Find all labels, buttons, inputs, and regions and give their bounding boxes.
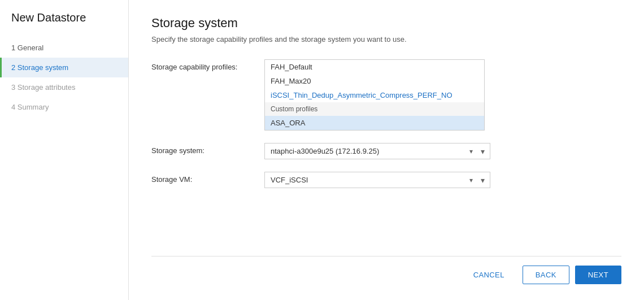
form-area: Storage capability profiles: FAH_Default… xyxy=(151,59,621,256)
custom-profiles-label: Custom profiles xyxy=(271,105,317,113)
page-title: Storage system xyxy=(151,16,621,31)
sidebar-item-summary: 4 Summary xyxy=(0,97,128,117)
storage-system-row: Storage system: ntaphci-a300e9u25 (172.1… xyxy=(151,143,621,159)
sidebar-item-label-general: 1 General xyxy=(11,44,43,52)
profile-item-label: FAH_Default xyxy=(271,63,312,71)
storage-vm-dropdown[interactable]: VCF_iSCSI ▾ xyxy=(264,172,490,188)
capability-profiles-label: Storage capability profiles: xyxy=(151,59,264,71)
sidebar-item-label-storage-system: 2 Storage system xyxy=(11,63,68,72)
sidebar-item-storage-attributes: 3 Storage attributes xyxy=(0,77,128,97)
sidebar-item-label-storage-attributes: 3 Storage attributes xyxy=(11,83,75,92)
sidebar-item-label-summary: 4 Summary xyxy=(11,103,49,111)
capability-profiles-row: Storage capability profiles: FAH_Default… xyxy=(151,59,621,131)
main-content: Storage system Specify the storage capab… xyxy=(129,0,644,300)
cancel-button[interactable]: CANCEL xyxy=(461,266,517,284)
sidebar-item-general[interactable]: 1 General xyxy=(0,38,128,58)
profile-item-label: FAH_Max20 xyxy=(271,77,311,85)
list-item[interactable]: ASA_ORA xyxy=(265,116,484,130)
list-item[interactable]: iSCSI_Thin_Dedup_Asymmetric_Compress_PER… xyxy=(265,88,484,102)
storage-system-dropdown[interactable]: ntaphci-a300e9u25 (172.16.9.25) ▾ xyxy=(264,143,490,159)
page-subtitle: Specify the storage capability profiles … xyxy=(151,35,621,44)
profile-item-label: ASA_ORA xyxy=(271,119,305,127)
list-item[interactable]: FAH_Max20 xyxy=(265,74,484,88)
footer: CANCEL BACK NEXT xyxy=(151,256,621,284)
storage-vm-value: VCF_iSCSI xyxy=(271,176,308,184)
next-button[interactable]: NEXT xyxy=(575,266,621,284)
sidebar-item-storage-system[interactable]: 2 Storage system xyxy=(0,58,128,77)
custom-profiles-header: Custom profiles xyxy=(265,102,484,116)
profile-list-scroll[interactable]: FAH_Default FAH_Max20 iSCSI_Thin_Dedup_A… xyxy=(265,60,484,130)
back-button[interactable]: BACK xyxy=(523,266,569,284)
capability-profiles-listbox[interactable]: FAH_Default FAH_Max20 iSCSI_Thin_Dedup_A… xyxy=(264,59,485,131)
storage-vm-control: VCF_iSCSI ▾ xyxy=(264,172,490,188)
sidebar-title: New Datastore xyxy=(0,11,128,38)
profile-item-label: iSCSI_Thin_Dedup_Asymmetric_Compress_PER… xyxy=(271,91,452,99)
capability-profiles-control: FAH_Default FAH_Max20 iSCSI_Thin_Dedup_A… xyxy=(264,59,490,131)
sidebar: New Datastore 1 General 2 Storage system… xyxy=(0,0,129,300)
storage-system-control: ntaphci-a300e9u25 (172.16.9.25) ▾ xyxy=(264,143,490,159)
storage-vm-label: Storage VM: xyxy=(151,172,264,184)
chevron-down-icon: ▾ xyxy=(469,176,473,184)
list-item[interactable]: FAH_Default xyxy=(265,60,484,74)
storage-system-label: Storage system: xyxy=(151,143,264,155)
storage-vm-dropdown-wrapper: VCF_iSCSI ▾ xyxy=(264,172,490,188)
storage-system-value: ntaphci-a300e9u25 (172.16.9.25) xyxy=(271,147,379,155)
storage-vm-row: Storage VM: VCF_iSCSI ▾ xyxy=(151,172,621,188)
storage-system-dropdown-wrapper: ntaphci-a300e9u25 (172.16.9.25) ▾ xyxy=(264,143,490,159)
chevron-down-icon: ▾ xyxy=(469,147,473,155)
